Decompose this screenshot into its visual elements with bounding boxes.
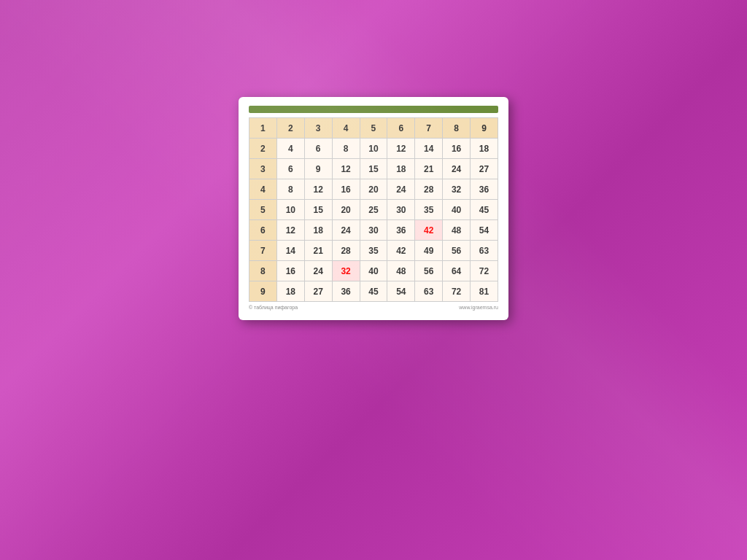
table-cell: 4 xyxy=(332,118,360,139)
table-cell: 63 xyxy=(415,281,443,302)
table-cell: 9 xyxy=(249,281,277,302)
table-cell: 40 xyxy=(360,261,387,281)
table-row: 4812162024283236 xyxy=(249,179,498,200)
table-cell: 24 xyxy=(304,261,332,281)
table-cell: 5 xyxy=(360,118,387,139)
table-row: 61218243036424854 xyxy=(249,220,498,241)
table-cell: 81 xyxy=(471,281,498,302)
table-cell: 5 xyxy=(249,200,277,220)
table-row: 123456789 xyxy=(249,118,498,139)
table-cell: 18 xyxy=(276,281,304,302)
table-cell: 35 xyxy=(360,241,387,261)
table-cell: 72 xyxy=(471,261,498,281)
table-cell: 8 xyxy=(249,261,277,281)
table-cell: 21 xyxy=(304,241,332,261)
pythagoras-card: 1234567892468101214161836912151821242748… xyxy=(239,97,508,320)
table-cell: 24 xyxy=(443,159,471,179)
table-cell: 45 xyxy=(471,200,498,220)
table-cell: 9 xyxy=(304,159,332,179)
footer-left: © таблица пифагора xyxy=(249,305,298,310)
table-cell: 6 xyxy=(276,159,304,179)
card-footer: © таблица пифагора www.igraemsa.ru xyxy=(249,305,498,310)
table-cell: 20 xyxy=(360,179,387,200)
table-cell: 18 xyxy=(304,220,332,241)
table-cell: 24 xyxy=(387,179,415,200)
table-cell: 6 xyxy=(249,220,277,241)
table-cell: 3 xyxy=(304,118,332,139)
table-cell: 6 xyxy=(387,118,415,139)
table-cell: 30 xyxy=(360,220,387,241)
table-cell: 15 xyxy=(360,159,387,179)
table-cell: 32 xyxy=(332,261,360,281)
table-cell: 18 xyxy=(471,139,498,159)
table-cell: 54 xyxy=(387,281,415,302)
table-cell: 14 xyxy=(415,139,443,159)
table-cell: 4 xyxy=(276,139,304,159)
table-cell: 40 xyxy=(443,200,471,220)
table-cell: 49 xyxy=(415,241,443,261)
table-cell: 48 xyxy=(387,261,415,281)
table-cell: 12 xyxy=(276,220,304,241)
table-cell: 18 xyxy=(387,159,415,179)
table-cell: 10 xyxy=(276,200,304,220)
table-cell: 6 xyxy=(304,139,332,159)
table-cell: 15 xyxy=(304,200,332,220)
table-cell: 72 xyxy=(443,281,471,302)
table-cell: 2 xyxy=(276,118,304,139)
table-row: 71421283542495663 xyxy=(249,241,498,261)
table-cell: 63 xyxy=(471,241,498,261)
table-cell: 7 xyxy=(415,118,443,139)
table-cell: 36 xyxy=(471,179,498,200)
table-cell: 36 xyxy=(332,281,360,302)
table-cell: 20 xyxy=(332,200,360,220)
table-cell: 4 xyxy=(249,179,277,200)
table-cell: 56 xyxy=(443,241,471,261)
table-cell: 2 xyxy=(249,139,277,159)
table-cell: 36 xyxy=(387,220,415,241)
table-cell: 21 xyxy=(415,159,443,179)
multiplication-table: 1234567892468101214161836912151821242748… xyxy=(249,117,498,302)
table-cell: 3 xyxy=(249,159,277,179)
table-cell: 48 xyxy=(443,220,471,241)
card-header xyxy=(249,106,498,113)
table-cell: 28 xyxy=(415,179,443,200)
table-cell: 35 xyxy=(415,200,443,220)
table-cell: 14 xyxy=(276,241,304,261)
table-cell: 32 xyxy=(443,179,471,200)
table-row: 24681012141618 xyxy=(249,139,498,159)
table-row: 51015202530354045 xyxy=(249,200,498,220)
table-cell: 8 xyxy=(443,118,471,139)
table-cell: 27 xyxy=(304,281,332,302)
table-cell: 45 xyxy=(360,281,387,302)
table-cell: 24 xyxy=(332,220,360,241)
table-cell: 64 xyxy=(443,261,471,281)
table-cell: 9 xyxy=(471,118,498,139)
table-cell: 1 xyxy=(249,118,277,139)
table-row: 81624324048566472 xyxy=(249,261,498,281)
table-cell: 28 xyxy=(332,241,360,261)
table-cell: 56 xyxy=(415,261,443,281)
table-cell: 25 xyxy=(360,200,387,220)
table-cell: 27 xyxy=(471,159,498,179)
table-cell: 42 xyxy=(415,220,443,241)
table-cell: 16 xyxy=(332,179,360,200)
table-cell: 16 xyxy=(443,139,471,159)
table-cell: 12 xyxy=(304,179,332,200)
table-cell: 10 xyxy=(360,139,387,159)
table-cell: 8 xyxy=(332,139,360,159)
table-cell: 7 xyxy=(249,241,277,261)
footer-right: www.igraemsa.ru xyxy=(459,305,498,310)
table-row: 369121518212427 xyxy=(249,159,498,179)
table-cell: 12 xyxy=(387,139,415,159)
table-cell: 8 xyxy=(276,179,304,200)
table-cell: 42 xyxy=(387,241,415,261)
table-cell: 12 xyxy=(332,159,360,179)
table-cell: 16 xyxy=(276,261,304,281)
table-row: 91827364554637281 xyxy=(249,281,498,302)
table-cell: 30 xyxy=(387,200,415,220)
table-cell: 54 xyxy=(471,220,498,241)
